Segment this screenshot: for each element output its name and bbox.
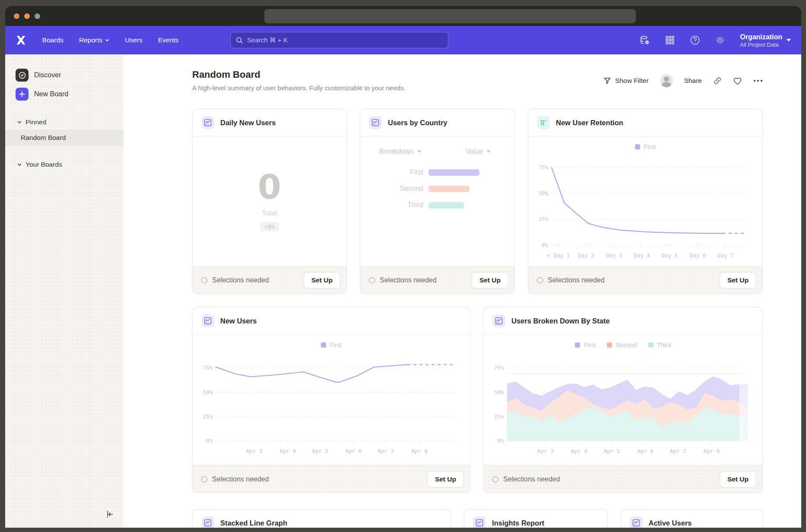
card-active-users: Active Users: [621, 509, 763, 528]
breakdown-dropdown[interactable]: Breakdown: [379, 148, 422, 155]
card-title: New User Retention: [556, 119, 623, 127]
line-chart-icon: [201, 116, 214, 129]
svg-text:50%: 50%: [203, 389, 213, 396]
show-filter-button[interactable]: Show Filter: [603, 77, 649, 85]
svg-text:Day 6: Day 6: [690, 252, 706, 259]
window-minimize-button[interactable]: [24, 13, 30, 19]
card-insights-report: Insights Report: [464, 509, 607, 528]
svg-text:25%: 25%: [538, 216, 548, 222]
copy-link-button[interactable]: [713, 76, 722, 85]
sidebar-section-pinned[interactable]: Pinned: [5, 115, 124, 130]
metric-delta-badge: ↑0%: [260, 222, 279, 231]
set-up-button[interactable]: Set Up: [720, 471, 756, 488]
line-chart-icon: [473, 516, 486, 528]
sidebar-item-random-board[interactable]: Random Board: [5, 130, 124, 146]
browser-window: X Boards Reports Users Events Search ⌘ +…: [5, 6, 801, 528]
search-input[interactable]: Search ⌘ + K: [230, 32, 448, 48]
svg-text:0%: 0%: [497, 437, 504, 444]
set-up-button[interactable]: Set Up: [720, 272, 756, 288]
state-stacked-area-chart: 75%50%25%0%Apr 3Apr 4Apr 5Apr 6Apr 7Apr …: [487, 350, 753, 458]
favorite-button[interactable]: [733, 76, 742, 85]
share-button[interactable]: Share: [684, 77, 702, 85]
bar: [428, 202, 464, 209]
status-text: Selections needed: [380, 276, 437, 284]
set-up-button[interactable]: Set Up: [472, 272, 508, 288]
svg-text:Day 3: Day 3: [606, 252, 622, 259]
compass-icon: [16, 69, 29, 82]
window-close-button[interactable]: [14, 13, 19, 19]
status-circle-icon: [369, 277, 375, 283]
svg-text:50%: 50%: [494, 389, 504, 396]
card-title: Insights Report: [492, 519, 544, 527]
chevron-down-icon: [486, 150, 491, 153]
svg-text:Day 2: Day 2: [578, 252, 594, 259]
svg-text:Apr 8: Apr 8: [411, 448, 428, 454]
sidebar-item-new-board[interactable]: New Board: [5, 85, 124, 104]
set-up-button[interactable]: Set Up: [427, 471, 464, 488]
svg-text:Apr 6: Apr 6: [637, 448, 654, 454]
data-settings-icon[interactable]: [640, 35, 650, 45]
status-text: Selections needed: [548, 276, 605, 284]
help-icon[interactable]: [690, 35, 700, 45]
value-dropdown[interactable]: Value: [466, 148, 491, 155]
retention-line-chart: 75%50%25%0%< Day 1Day 2Day 3Day 4Day 5Da…: [532, 152, 751, 263]
card-title: Active Users: [649, 519, 692, 527]
card-stacked-line-graph: Stacked Line Graph: [192, 509, 451, 528]
retention-grid-icon: [537, 116, 550, 129]
card-new-user-retention: New User Retention First 75%50%25%0%< Da…: [528, 109, 763, 294]
chevron-down-icon: [17, 120, 22, 124]
chart-legend: First Second Third: [484, 335, 762, 348]
collapse-sidebar-button[interactable]: [105, 510, 115, 521]
card-users-by-state: Users Broken Down By State First Second …: [483, 307, 763, 493]
browser-titlebar: [5, 6, 801, 26]
bar-label: Third: [360, 201, 428, 209]
svg-text:50%: 50%: [538, 190, 548, 196]
mixpanel-logo[interactable]: X: [16, 34, 25, 47]
svg-text:Apr 5: Apr 5: [603, 448, 620, 454]
svg-text:Day 4: Day 4: [634, 252, 650, 259]
svg-text:25%: 25%: [494, 413, 504, 420]
avatar[interactable]: [660, 74, 673, 87]
line-chart-icon: [369, 116, 382, 129]
chart-legend: First: [193, 335, 470, 348]
bar: [428, 169, 479, 176]
nav-item-users[interactable]: Users: [125, 36, 142, 44]
status-circle-icon: [492, 476, 498, 482]
main-content: Random Board A high-level summary of use…: [124, 54, 801, 528]
nav-item-events[interactable]: Events: [158, 36, 178, 44]
page-title: Random Board: [192, 69, 406, 80]
line-chart-icon: [201, 314, 214, 327]
top-navbar: X Boards Reports Users Events Search ⌘ +…: [5, 26, 801, 54]
card-users-by-country: Users by Country Breakdown Value: [360, 109, 515, 294]
svg-text:75%: 75%: [538, 164, 548, 171]
status-circle-icon: [201, 476, 207, 482]
org-switcher[interactable]: Organization All Project Data: [740, 33, 791, 48]
link-icon: [713, 76, 722, 85]
line-chart-icon: [630, 516, 643, 528]
svg-text:Apr 7: Apr 7: [378, 448, 394, 454]
sidebar-section-your-boards[interactable]: Your Boards: [5, 157, 124, 172]
svg-text:< Day 1: < Day 1: [547, 252, 570, 259]
apps-grid-icon[interactable]: [665, 35, 675, 45]
chevron-down-icon: [417, 150, 422, 153]
more-options-button[interactable]: [753, 79, 763, 82]
svg-text:0%: 0%: [542, 242, 549, 248]
sidebar-item-discover[interactable]: Discover: [5, 66, 124, 85]
line-chart-icon: [492, 314, 505, 327]
settings-gear-icon[interactable]: [715, 35, 725, 45]
window-zoom-button[interactable]: [35, 13, 40, 19]
metric-label: Total: [193, 209, 346, 218]
nav-item-boards[interactable]: Boards: [42, 36, 63, 44]
card-title: Users by Country: [388, 119, 447, 127]
card-title: Daily New Users: [220, 119, 276, 127]
org-name: Organization: [740, 33, 782, 41]
nav-item-reports[interactable]: Reports: [79, 36, 109, 44]
country-bar-row: Second: [360, 185, 514, 193]
status-circle-icon: [201, 277, 207, 283]
address-bar[interactable]: [264, 9, 636, 23]
svg-text:75%: 75%: [203, 364, 213, 371]
chevron-down-icon: [787, 39, 791, 41]
new-users-line-chart: 75%50%25%0%Apr 3Apr 4Apr 5Apr 6Apr 7Apr …: [196, 350, 460, 458]
set-up-button[interactable]: Set Up: [304, 272, 340, 288]
status-text: Selections needed: [212, 276, 269, 284]
